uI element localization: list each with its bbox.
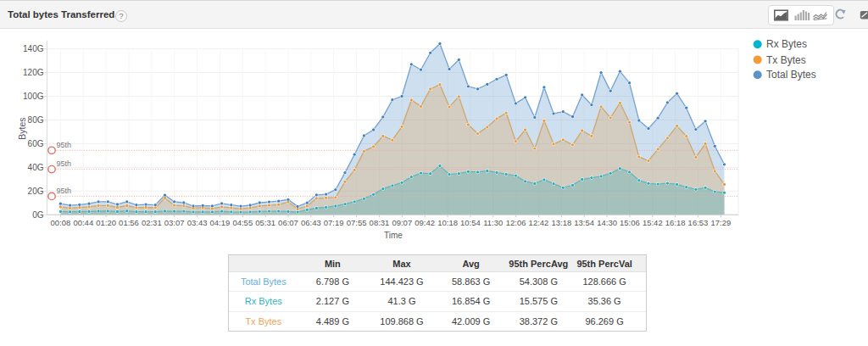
svg-text:10:54: 10:54 — [460, 218, 481, 227]
svg-text:06:43: 06:43 — [301, 218, 321, 227]
svg-text:11:30: 11:30 — [483, 218, 503, 227]
svg-text:03:43: 03:43 — [187, 218, 208, 227]
svg-text:00:44: 00:44 — [73, 218, 93, 227]
svg-text:03:07: 03:07 — [164, 218, 185, 227]
svg-text:12:06: 12:06 — [506, 218, 526, 227]
svg-text:20G: 20G — [28, 187, 44, 196]
svg-text:01:56: 01:56 — [119, 218, 139, 227]
svg-text:40G: 40G — [28, 163, 44, 172]
svg-text:Bytes: Bytes — [17, 117, 27, 139]
svg-text:06:07: 06:07 — [278, 218, 298, 227]
svg-text:95th: 95th — [57, 159, 72, 168]
svg-text:14:30: 14:30 — [597, 218, 617, 227]
svg-text:16:53: 16:53 — [688, 218, 709, 227]
svg-text:01:20: 01:20 — [96, 218, 116, 227]
svg-text:Rx Bytes: Rx Bytes — [766, 38, 807, 50]
svg-text:Tx Bytes: Tx Bytes — [766, 54, 806, 66]
svg-text:17:29: 17:29 — [711, 218, 732, 227]
svg-text:04:55: 04:55 — [232, 218, 253, 227]
svg-text:04:19: 04:19 — [210, 218, 231, 227]
svg-text:16:18: 16:18 — [665, 218, 686, 227]
svg-text:07:55: 07:55 — [347, 218, 367, 227]
svg-text:00:08: 00:08 — [51, 218, 71, 227]
svg-text:09:07: 09:07 — [392, 218, 412, 227]
svg-text:95th: 95th — [57, 187, 72, 195]
svg-text:07:19: 07:19 — [324, 218, 344, 227]
svg-text:02:31: 02:31 — [142, 218, 162, 227]
svg-text:120G: 120G — [23, 68, 44, 77]
svg-text:10:18: 10:18 — [437, 218, 458, 227]
svg-text:15:06: 15:06 — [620, 218, 640, 227]
svg-text:60G: 60G — [28, 139, 44, 148]
svg-text:12:42: 12:42 — [529, 218, 549, 227]
svg-text:80G: 80G — [28, 115, 44, 125]
svg-text:13:54: 13:54 — [574, 218, 594, 227]
svg-text:08:31: 08:31 — [370, 218, 390, 227]
svg-text:05:31: 05:31 — [255, 218, 275, 227]
svg-text:15:42: 15:42 — [643, 218, 663, 227]
svg-text:Total Bytes: Total Bytes — [766, 69, 816, 81]
svg-text:95th: 95th — [57, 141, 72, 149]
svg-text:0G: 0G — [32, 210, 44, 220]
svg-text:13:18: 13:18 — [552, 218, 572, 227]
svg-text:Time: Time — [384, 231, 403, 240]
svg-text:09:42: 09:42 — [415, 218, 435, 227]
svg-text:140G: 140G — [23, 44, 44, 53]
svg-text:100G: 100G — [23, 92, 44, 101]
